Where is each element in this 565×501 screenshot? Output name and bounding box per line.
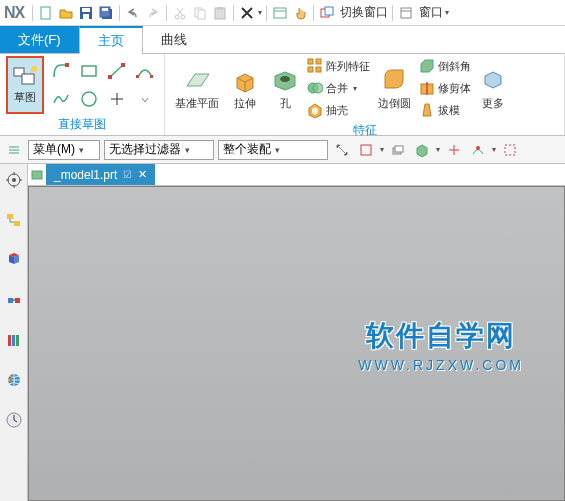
tab-file[interactable]: 文件(F)	[0, 26, 79, 53]
rectangle-icon[interactable]	[76, 58, 102, 84]
extrude-button[interactable]: 拉伸	[227, 66, 263, 111]
save-all-icon[interactable]	[97, 4, 115, 22]
svg-rect-27	[136, 75, 139, 78]
doc-tab-menu-icon[interactable]	[28, 164, 46, 185]
svg-rect-13	[274, 8, 286, 18]
extrude-label: 拉伸	[234, 96, 256, 111]
open-icon[interactable]	[57, 4, 75, 22]
edge-blend-icon	[381, 66, 409, 94]
draft-button[interactable]: 拔模	[419, 100, 471, 120]
menu-icon[interactable]	[4, 140, 24, 160]
web-browser-icon[interactable]	[4, 370, 24, 390]
filter-dropdown[interactable]: 无选择过滤器	[104, 140, 214, 160]
document-name: _model1.prt	[54, 168, 117, 182]
ribbon-group-direct-sketch: 草图 直接草图	[0, 54, 165, 135]
viewport[interactable]: 软件自学网 WWW.RJZXW.COM	[28, 186, 565, 501]
properties-icon[interactable]	[271, 4, 289, 22]
close-icon[interactable]: ✕	[138, 168, 147, 181]
paste-icon[interactable]	[211, 4, 229, 22]
svg-rect-57	[7, 214, 13, 219]
copy-icon[interactable]	[191, 4, 209, 22]
point-icon[interactable]	[104, 86, 130, 112]
svg-rect-22	[65, 63, 69, 67]
datum-plane-button[interactable]: 基准平面	[171, 66, 223, 111]
line-icon[interactable]	[104, 58, 130, 84]
new-icon[interactable]	[37, 4, 55, 22]
settings-icon[interactable]	[4, 170, 24, 190]
title-bar: NX ▾ 切换窗口 窗口 ▾	[0, 0, 565, 26]
separator	[233, 5, 234, 21]
chamfer-icon	[419, 58, 435, 74]
more-button[interactable]: 更多	[475, 66, 511, 111]
unite-icon	[307, 80, 323, 96]
assembly-navigator-icon[interactable]	[4, 250, 24, 270]
part-navigator-icon[interactable]	[4, 210, 24, 230]
arc-icon[interactable]	[132, 58, 158, 84]
group-label-feature: 特征	[171, 120, 558, 141]
window-label[interactable]: 窗口	[419, 4, 443, 21]
svg-rect-25	[108, 75, 112, 79]
menu-dropdown[interactable]: 菜单(M)	[28, 140, 100, 160]
touch-icon[interactable]	[291, 4, 309, 22]
sel-face-icon[interactable]	[412, 140, 432, 160]
circle-icon[interactable]	[76, 86, 102, 112]
edge-blend-button[interactable]: 边倒圆	[374, 66, 415, 111]
pattern-label: 阵列特征	[326, 59, 370, 74]
svg-rect-3	[83, 14, 89, 19]
svg-point-49	[476, 146, 480, 150]
switch-window-icon[interactable]	[318, 4, 336, 22]
feature-column-2: 倒斜角 修剪体 拔模	[419, 56, 471, 120]
svg-rect-12	[217, 7, 223, 10]
hole-button[interactable]: 孔	[267, 66, 303, 111]
svg-rect-6	[102, 8, 108, 11]
pin-icon[interactable]: ☑	[123, 169, 132, 180]
tab-curve[interactable]: 曲线	[143, 26, 205, 53]
svg-rect-10	[198, 10, 205, 19]
assembly-dropdown[interactable]: 整个装配	[218, 140, 328, 160]
main-area: _model1.prt ☑ ✕ 软件自学网 WWW.RJZXW.COM	[0, 164, 565, 501]
window-icon[interactable]	[397, 4, 415, 22]
history-icon[interactable]	[4, 410, 24, 430]
svg-rect-0	[41, 7, 50, 19]
undo-icon[interactable]	[124, 4, 142, 22]
watermark-main: 软件自学网	[358, 317, 524, 355]
switch-window-label[interactable]: 切换窗口	[340, 4, 388, 21]
sel-scope-icon[interactable]	[332, 140, 352, 160]
unite-button[interactable]: 合并▾	[307, 78, 370, 98]
extrude-icon	[231, 66, 259, 94]
spline-icon[interactable]	[48, 86, 74, 112]
shell-button[interactable]: 抽壳	[307, 100, 370, 120]
svg-rect-44	[361, 145, 371, 155]
curve-dropdown-icon[interactable]	[132, 86, 158, 112]
nx-logo: NX	[4, 4, 24, 22]
sel-highlight-icon[interactable]	[356, 140, 376, 160]
sel-cross-icon[interactable]	[444, 140, 464, 160]
svg-rect-58	[14, 221, 20, 226]
sel-box-icon[interactable]	[500, 140, 520, 160]
svg-rect-36	[316, 67, 321, 72]
constraint-navigator-icon[interactable]	[4, 290, 24, 310]
svg-rect-60	[15, 298, 20, 303]
sketch-button[interactable]: 草图	[6, 56, 44, 114]
pattern-button[interactable]: 阵列特征	[307, 56, 370, 76]
draft-label: 拔模	[438, 103, 460, 118]
watermark: 软件自学网 WWW.RJZXW.COM	[358, 317, 524, 373]
delete-icon[interactable]	[238, 4, 256, 22]
sel-stack-icon[interactable]	[388, 140, 408, 160]
reuse-library-icon[interactable]	[4, 330, 24, 350]
separator	[266, 5, 267, 21]
document-tab[interactable]: _model1.prt ☑ ✕	[46, 164, 155, 185]
more-icon	[479, 66, 507, 94]
svg-point-38	[313, 83, 323, 93]
save-icon[interactable]	[77, 4, 95, 22]
hole-label: 孔	[280, 96, 291, 111]
unite-label: 合并	[326, 81, 348, 96]
tab-home[interactable]: 主页	[79, 26, 143, 54]
cut-icon[interactable]	[171, 4, 189, 22]
trim-body-button[interactable]: 修剪体	[419, 78, 471, 98]
profile-curve-icon[interactable]	[48, 58, 74, 84]
sel-intent-icon[interactable]	[468, 140, 488, 160]
redo-icon[interactable]	[144, 4, 162, 22]
chamfer-button[interactable]: 倒斜角	[419, 56, 471, 76]
feature-column-1: 阵列特征 合并▾ 抽壳	[307, 56, 370, 120]
